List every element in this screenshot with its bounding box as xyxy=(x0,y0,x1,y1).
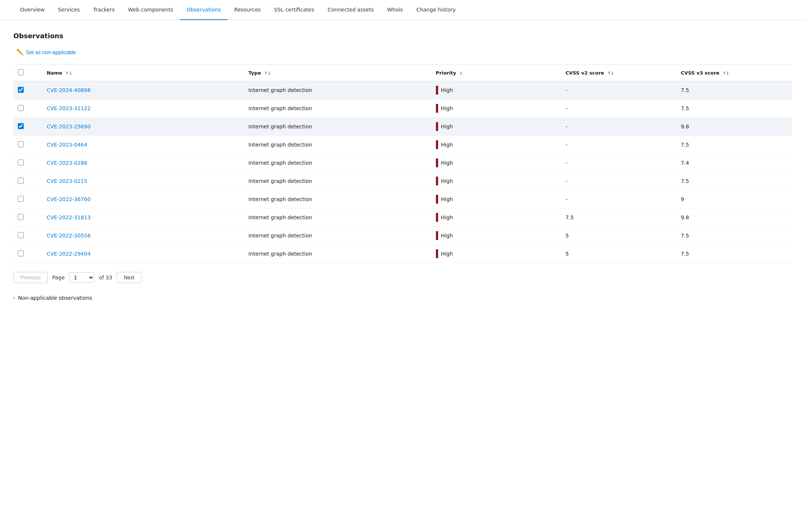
non-applicable-section[interactable]: › Non-applicable observations xyxy=(13,295,792,301)
row-cvss2-cell: - xyxy=(561,81,677,99)
row-checkbox[interactable] xyxy=(18,196,24,202)
cve-link[interactable]: CVE-2022-36760 xyxy=(47,196,91,202)
nav-item-connected-assets[interactable]: Connected assets xyxy=(321,0,380,20)
cve-link[interactable]: CVE-2023-31122 xyxy=(47,105,91,111)
row-cvss3-cell: 9 xyxy=(676,190,792,208)
row-checkbox-cell[interactable] xyxy=(13,154,42,172)
table-row: CVE-2022-29404 Internet graph detection … xyxy=(13,245,792,263)
row-priority-cell: High xyxy=(431,190,561,208)
select-all-header[interactable] xyxy=(13,65,42,81)
priority-label: High xyxy=(441,233,453,239)
cve-link[interactable]: CVE-2023-0215 xyxy=(47,178,88,184)
row-checkbox-cell[interactable] xyxy=(13,227,42,245)
page-title: Observations xyxy=(13,32,792,40)
table-row: CVE-2022-31813 Internet graph detection … xyxy=(13,208,792,227)
nav-item-web-components[interactable]: Web components xyxy=(121,0,180,20)
row-cvss3-cell: 7.5 xyxy=(676,81,792,99)
row-checkbox-cell[interactable] xyxy=(13,118,42,136)
row-name-cell: CVE-2023-25690 xyxy=(42,118,244,136)
table-row: CVE-2023-31122 Internet graph detection … xyxy=(13,99,792,118)
row-cvss3-cell: 7.5 xyxy=(676,245,792,263)
nav-item-resources[interactable]: Resources xyxy=(228,0,268,20)
row-type-cell: Internet graph detection xyxy=(244,154,431,172)
row-cvss2-cell: 7.5 xyxy=(561,208,677,227)
priority-bar-icon xyxy=(436,104,438,113)
priority-bar-icon xyxy=(436,249,438,258)
row-priority-cell: High xyxy=(431,245,561,263)
previous-button[interactable]: Previous xyxy=(13,272,48,283)
nav-item-ssl-certificates[interactable]: SSL certificates xyxy=(267,0,321,20)
cve-link[interactable]: CVE-2022-31813 xyxy=(47,214,91,220)
cve-link[interactable]: CVE-2022-30556 xyxy=(47,233,91,239)
col-header-cvss2[interactable]: CVSS v2 score ↑↓ xyxy=(561,65,677,81)
cve-link[interactable]: CVE-2024-40898 xyxy=(47,87,91,93)
row-type-cell: Internet graph detection xyxy=(244,227,431,245)
row-checkbox[interactable] xyxy=(18,232,24,238)
table-row: CVE-2023-25690 Internet graph detection … xyxy=(13,118,792,136)
main-content: Observations ✏️ Set as non-applicable Na… xyxy=(0,20,805,313)
row-checkbox[interactable] xyxy=(18,105,24,111)
row-checkbox[interactable] xyxy=(18,178,24,184)
row-checkbox-cell[interactable] xyxy=(13,208,42,227)
row-checkbox[interactable] xyxy=(18,160,24,165)
of-pages-label: of 33 xyxy=(99,275,112,280)
row-checkbox[interactable] xyxy=(18,214,24,220)
set-non-applicable-button[interactable]: ✏️ Set as non-applicable xyxy=(13,47,79,57)
nav-item-overview[interactable]: Overview xyxy=(13,0,51,20)
chevron-right-icon: › xyxy=(13,295,15,301)
table-row: CVE-2024-40898 Internet graph detection … xyxy=(13,81,792,99)
row-type-cell: Internet graph detection xyxy=(244,245,431,263)
row-cvss2-cell: - xyxy=(561,136,677,154)
priority-label: High xyxy=(441,124,453,129)
row-checkbox-cell[interactable] xyxy=(13,81,42,99)
row-priority-cell: High xyxy=(431,99,561,118)
cvss2-sort-icon: ↑↓ xyxy=(607,71,614,76)
row-checkbox-cell[interactable] xyxy=(13,245,42,263)
row-checkbox-cell[interactable] xyxy=(13,172,42,190)
row-checkbox-cell[interactable] xyxy=(13,190,42,208)
cve-link[interactable]: CVE-2023-0286 xyxy=(47,160,88,166)
row-checkbox[interactable] xyxy=(18,250,24,256)
name-sort-icon: ↑↓ xyxy=(65,71,72,76)
priority-label: High xyxy=(441,196,453,202)
row-checkbox-cell[interactable] xyxy=(13,99,42,118)
page-select[interactable]: 1234567891011121314151617181920212223242… xyxy=(69,272,94,283)
next-button[interactable]: Next xyxy=(117,272,141,283)
nav-item-observations[interactable]: Observations xyxy=(180,0,228,20)
priority-label: High xyxy=(441,142,453,148)
row-checkbox[interactable] xyxy=(18,141,24,147)
row-checkbox[interactable] xyxy=(18,123,24,129)
row-checkbox-cell[interactable] xyxy=(13,136,42,154)
observations-table: Name ↑↓ Type ↑↓ Priority ↓ CVSS v2 score… xyxy=(13,65,792,263)
row-cvss2-cell: - xyxy=(561,154,677,172)
row-type-cell: Internet graph detection xyxy=(244,208,431,227)
table-body: CVE-2024-40898 Internet graph detection … xyxy=(13,81,792,263)
cve-link[interactable]: CVE-2022-29404 xyxy=(47,251,91,257)
col-header-priority[interactable]: Priority ↓ xyxy=(431,65,561,81)
pagination: Previous Page 12345678910111213141516171… xyxy=(13,272,792,283)
row-cvss2-cell: - xyxy=(561,190,677,208)
nav-item-services[interactable]: Services xyxy=(51,0,87,20)
col-header-cvss3[interactable]: CVSS v3 score ↑↓ xyxy=(676,65,792,81)
table-row: CVE-2022-36760 Internet graph detection … xyxy=(13,190,792,208)
select-all-checkbox[interactable] xyxy=(18,69,24,75)
row-cvss3-cell: 7.5 xyxy=(676,227,792,245)
priority-bar-icon xyxy=(436,231,438,240)
row-cvss3-cell: 7.4 xyxy=(676,154,792,172)
row-priority-cell: High xyxy=(431,227,561,245)
cve-link[interactable]: CVE-2023-0464 xyxy=(47,142,88,148)
row-name-cell: CVE-2022-36760 xyxy=(42,190,244,208)
row-cvss3-cell: 7.5 xyxy=(676,172,792,190)
row-priority-cell: High xyxy=(431,172,561,190)
row-name-cell: CVE-2023-0464 xyxy=(42,136,244,154)
nav-item-whois[interactable]: Whois xyxy=(381,0,410,20)
cve-link[interactable]: CVE-2023-25690 xyxy=(47,124,91,129)
row-cvss2-cell: 5 xyxy=(561,227,677,245)
priority-label: High xyxy=(441,105,453,111)
nav-item-change-history[interactable]: Change history xyxy=(410,0,462,20)
nav-item-trackers[interactable]: Trackers xyxy=(87,0,121,20)
row-type-cell: Internet graph detection xyxy=(244,81,431,99)
col-header-type[interactable]: Type ↑↓ xyxy=(244,65,431,81)
row-checkbox[interactable] xyxy=(18,87,24,93)
col-header-name[interactable]: Name ↑↓ xyxy=(42,65,244,81)
